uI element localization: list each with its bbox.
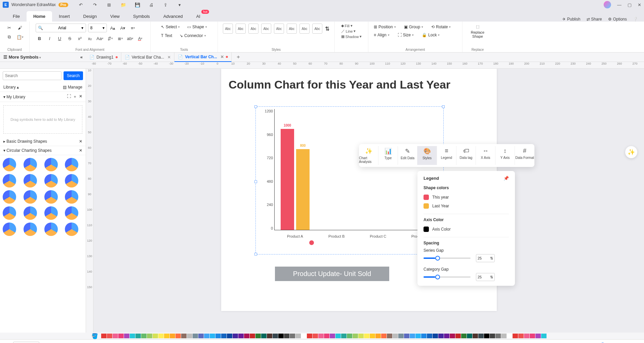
font-color-icon[interactable]: A bbox=[136, 34, 145, 42]
basic-shapes-section[interactable]: ▸ Basic Drawing Shapes bbox=[3, 139, 47, 144]
chart-toolbar-legend[interactable]: ≡Legend bbox=[437, 146, 456, 165]
color-swatch[interactable] bbox=[518, 334, 524, 338]
color-swatch[interactable] bbox=[455, 334, 461, 338]
publish-button[interactable]: ✈ Publish bbox=[562, 17, 580, 22]
color-swatch[interactable] bbox=[347, 334, 352, 338]
rotate-button[interactable]: ⟲ Rotate bbox=[429, 24, 453, 30]
group-button[interactable]: ▣ Group bbox=[402, 24, 425, 30]
column-chart[interactable]: 02404807209601200 1000800250 Product APr… bbox=[259, 109, 440, 244]
symbol-shape[interactable] bbox=[3, 174, 16, 187]
size-button[interactable]: ⛶ Size bbox=[396, 32, 416, 38]
symbol-shape[interactable] bbox=[65, 174, 78, 187]
font-family-select[interactable]: 🔍 Arial▾ bbox=[36, 24, 86, 32]
superscript-icon[interactable]: x² bbox=[76, 34, 84, 42]
page-select[interactable]: Page-1 ▾ bbox=[13, 342, 39, 343]
color-swatch[interactable] bbox=[101, 334, 107, 338]
open-icon[interactable]: 📁 bbox=[119, 1, 127, 9]
color-swatch[interactable] bbox=[461, 334, 467, 338]
symbol-shape[interactable] bbox=[3, 158, 16, 171]
symbol-shape[interactable] bbox=[24, 206, 37, 220]
color-swatch[interactable] bbox=[187, 334, 192, 338]
color-swatch[interactable] bbox=[398, 334, 404, 338]
pin-icon[interactable]: 📌 bbox=[504, 176, 509, 181]
color-swatch[interactable] bbox=[158, 334, 164, 338]
chart-toolbar-data-format[interactable]: #Data Format bbox=[515, 146, 534, 165]
color-swatch[interactable] bbox=[364, 334, 369, 338]
lock-button[interactable]: 🔒 Lock bbox=[420, 32, 442, 38]
color-swatch[interactable] bbox=[318, 334, 324, 338]
symbol-shape[interactable] bbox=[24, 174, 37, 187]
color-swatch[interactable] bbox=[181, 334, 187, 338]
chart-toolbar-data-tag[interactable]: 🏷Data tag bbox=[456, 146, 476, 165]
series-gap-input[interactable]: 25⇅ bbox=[476, 254, 495, 262]
axis-color-swatch[interactable] bbox=[424, 227, 429, 232]
color-swatch[interactable] bbox=[107, 334, 112, 338]
symbol-shape[interactable] bbox=[65, 158, 78, 171]
doc-tab[interactable]: 📄 Vertical Bar Cha...✕ bbox=[121, 53, 175, 62]
fill-bucket-icon[interactable]: 🪣 bbox=[91, 333, 98, 339]
color-swatch[interactable] bbox=[221, 334, 227, 338]
color-swatch[interactable] bbox=[335, 334, 341, 338]
color-swatch[interactable] bbox=[541, 334, 547, 338]
color-swatch[interactable] bbox=[267, 334, 272, 338]
collapse-panel-icon[interactable]: « bbox=[80, 55, 83, 60]
color-swatch[interactable] bbox=[227, 334, 232, 338]
shadow-button[interactable]: ▦ Shadow ▾ bbox=[341, 34, 362, 39]
color-swatch[interactable] bbox=[147, 334, 152, 338]
color-swatch[interactable] bbox=[153, 334, 158, 338]
bar[interactable]: 1000 bbox=[281, 129, 294, 230]
tab-symbols[interactable]: Symbols bbox=[126, 11, 157, 22]
axis-color-row[interactable]: Axis Color bbox=[424, 225, 509, 234]
symbol-shape[interactable] bbox=[24, 222, 37, 236]
bar[interactable]: 800 bbox=[296, 149, 310, 230]
color-swatch[interactable] bbox=[495, 334, 501, 338]
position-button[interactable]: ⊞ Position bbox=[372, 24, 398, 30]
tab-design[interactable]: Design bbox=[77, 11, 104, 22]
shape-tool[interactable]: ▭ Shape bbox=[185, 24, 209, 30]
color-swatch[interactable] bbox=[250, 334, 255, 338]
spacing-icon[interactable]: ⇵ bbox=[106, 34, 114, 42]
mylib-dropzone[interactable]: Drag symbols here to add to My Library bbox=[3, 105, 82, 134]
bold-icon[interactable]: B bbox=[36, 34, 44, 42]
color-swatch[interactable] bbox=[210, 334, 215, 338]
symbol-shape[interactable] bbox=[44, 206, 58, 220]
color-swatch[interactable] bbox=[467, 334, 472, 338]
color-swatch[interactable] bbox=[450, 334, 455, 338]
color-swatch[interactable] bbox=[215, 334, 221, 338]
color-swatch[interactable] bbox=[478, 334, 484, 338]
underline-icon[interactable]: U bbox=[56, 34, 64, 42]
color-swatch[interactable] bbox=[290, 334, 295, 338]
symbol-search-input[interactable] bbox=[3, 71, 62, 80]
color-swatch[interactable] bbox=[141, 334, 147, 338]
tab-view[interactable]: View bbox=[104, 11, 126, 22]
color-swatch[interactable] bbox=[198, 334, 204, 338]
tab-close-icon[interactable]: ✕ bbox=[167, 55, 171, 60]
color-swatch[interactable] bbox=[170, 334, 175, 338]
color-swatch[interactable] bbox=[193, 334, 198, 338]
color-swatch[interactable] bbox=[113, 334, 118, 338]
color-swatch[interactable] bbox=[124, 334, 129, 338]
line-button[interactable]: ／ Line ▾ bbox=[341, 29, 356, 34]
symbol-shape[interactable] bbox=[44, 190, 58, 204]
color-swatch[interactable] bbox=[330, 334, 335, 338]
style-preset[interactable]: Abc bbox=[287, 24, 297, 34]
qat-more-icon[interactable]: ▾ bbox=[176, 1, 184, 9]
color-swatch[interactable] bbox=[324, 334, 329, 338]
subscript-icon[interactable]: x₂ bbox=[86, 34, 94, 42]
tab-ai[interactable]: AIhot bbox=[190, 11, 207, 22]
color-swatch[interactable] bbox=[353, 334, 358, 338]
list-icon[interactable]: ≣ bbox=[116, 34, 124, 42]
color-swatch[interactable] bbox=[175, 334, 181, 338]
basic-shapes-close-icon[interactable]: ✕ bbox=[79, 139, 82, 144]
manage-button[interactable]: ▤ Manage bbox=[63, 85, 82, 90]
color-swatch[interactable] bbox=[278, 334, 284, 338]
color-swatch[interactable] bbox=[513, 334, 518, 338]
doc-tab[interactable]: 📄 Drawing1 bbox=[86, 53, 121, 62]
color-swatch[interactable] bbox=[255, 334, 261, 338]
color-swatch[interactable] bbox=[387, 334, 392, 338]
color-swatch[interactable] bbox=[393, 334, 398, 338]
color-swatch[interactable] bbox=[473, 334, 478, 338]
add-tab-button[interactable]: ＋ bbox=[232, 54, 245, 61]
color-swatch[interactable] bbox=[233, 334, 238, 338]
color-swatch[interactable] bbox=[238, 334, 244, 338]
